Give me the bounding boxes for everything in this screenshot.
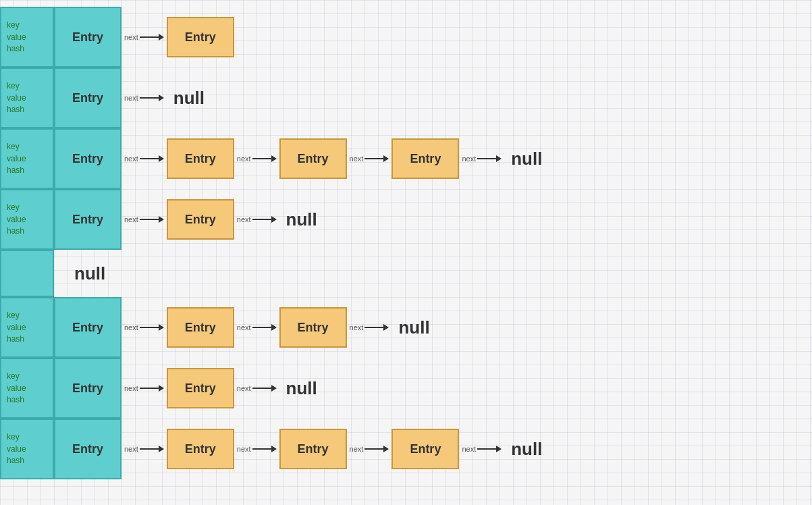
next-arrow: next	[237, 323, 277, 331]
sidebar-cell-3: keyvaluehash	[0, 189, 54, 250]
sidebar-cell-1: keyvaluehash	[0, 68, 54, 128]
next-arrow: next	[124, 215, 164, 223]
row-6: keyvaluehashEntrynextEntrynextnull	[0, 358, 812, 419]
next-arrow: next	[124, 384, 164, 392]
next-label: next	[237, 384, 251, 392]
next-label: next	[350, 323, 364, 331]
next-arrow: next	[124, 155, 164, 163]
next-arrow: next	[462, 155, 502, 163]
entry-box-7-0: Entry	[167, 429, 234, 469]
chain-3: nextEntrynextnull	[121, 189, 317, 250]
chain-1: nextnull	[121, 68, 205, 128]
sidebar-label: key	[7, 371, 20, 382]
sidebar-cell-5: keyvaluehash	[0, 297, 54, 358]
next-label: next	[124, 155, 138, 163]
next-arrow: next	[462, 445, 502, 453]
sidebar-cell-6: keyvaluehash	[0, 358, 54, 419]
sidebar-label: value	[7, 383, 26, 394]
null-value: null	[286, 378, 317, 399]
next-label: next	[237, 445, 251, 453]
next-label: next	[462, 445, 476, 453]
chain-0: nextEntry	[121, 7, 234, 68]
entry-box-5-0: Entry	[167, 307, 234, 348]
entry-box-5-1: Entry	[279, 307, 347, 348]
chain-5: nextEntrynextEntrynextnull	[121, 297, 430, 358]
sidebar-label: hash	[7, 225, 24, 237]
sidebar-label: value	[7, 444, 26, 455]
sidebar-label: value	[7, 153, 26, 165]
sidebar-cell-2: keyvaluehash	[0, 128, 54, 189]
main-entry-7: Entry	[54, 419, 121, 479]
row-2: keyvaluehashEntrynextEntrynextEntrynextE…	[0, 128, 812, 189]
chain-6: nextEntrynextnull	[121, 358, 317, 419]
row-3: keyvaluehashEntrynextEntrynextnull	[0, 189, 812, 250]
row-1: keyvaluehashEntrynextnull	[0, 68, 812, 128]
next-arrow: next	[124, 33, 164, 41]
main-entry-5: Entry	[54, 297, 121, 358]
next-arrow: next	[350, 445, 389, 453]
chain-2: nextEntrynextEntrynextEntrynextnull	[121, 128, 542, 189]
next-label: next	[124, 33, 138, 41]
sidebar-cell-0: keyvaluehash	[0, 7, 54, 68]
sidebar-cell-7: keyvaluehash	[0, 419, 54, 479]
next-label: next	[462, 155, 476, 163]
sidebar-label: key	[7, 141, 20, 153]
hash-table-diagram: keyvaluehashEntrynextEntrykeyvaluehashEn…	[0, 0, 812, 486]
sidebar-label: hash	[7, 455, 24, 467]
next-arrow: next	[350, 323, 389, 331]
next-arrow: next	[237, 215, 277, 223]
sidebar-label: key	[7, 202, 20, 213]
main-entry-0: Entry	[54, 7, 121, 68]
next-arrow: next	[124, 94, 164, 102]
sidebar-label: hash	[7, 165, 24, 176]
row-0: keyvaluehashEntrynextEntry	[0, 7, 812, 68]
entry-box-7-1: Entry	[279, 429, 347, 469]
next-label: next	[237, 155, 251, 163]
sidebar-label: key	[7, 20, 20, 31]
null-value: null	[511, 439, 542, 460]
next-label: next	[124, 323, 138, 331]
null-value: null	[398, 317, 429, 338]
entry-box-6-0: Entry	[167, 368, 234, 408]
next-arrow: next	[237, 384, 277, 392]
next-label: next	[124, 215, 138, 223]
entry-box-3-0: Entry	[167, 199, 234, 240]
row-4: null	[0, 250, 812, 297]
sidebar-label: hash	[7, 334, 24, 345]
next-arrow: next	[350, 155, 389, 163]
next-label: next	[237, 215, 251, 223]
sidebar-label: value	[7, 322, 26, 334]
main-entry-3: Entry	[54, 189, 121, 250]
next-label: next	[124, 94, 138, 102]
next-arrow: next	[237, 445, 277, 453]
sidebar-label: hash	[7, 104, 24, 115]
main-entry-1: Entry	[54, 68, 121, 128]
entry-box-2-1: Entry	[279, 138, 347, 179]
sidebar-null-cell	[0, 250, 54, 297]
row-7: keyvaluehashEntrynextEntrynextEntrynextE…	[0, 419, 812, 479]
sidebar-label: hash	[7, 394, 24, 406]
null-value: null	[511, 149, 542, 169]
sidebar-label: key	[7, 80, 20, 92]
sidebar-label: key	[7, 310, 20, 321]
next-label: next	[350, 155, 364, 163]
next-arrow: next	[237, 155, 277, 163]
main-entry-6: Entry	[54, 358, 121, 419]
sidebar-label: value	[7, 32, 26, 43]
null-value: null	[286, 209, 317, 230]
row-5: keyvaluehashEntrynextEntrynextEntrynextn…	[0, 297, 812, 358]
chain-7: nextEntrynextEntrynextEntrynextnull	[121, 419, 542, 479]
entry-box-0-0: Entry	[167, 17, 234, 57]
entry-box-2-2: Entry	[391, 138, 459, 179]
sidebar-label: key	[7, 431, 20, 443]
entry-box-2-0: Entry	[167, 138, 234, 179]
next-label: next	[124, 384, 138, 392]
next-label: next	[237, 323, 251, 331]
sidebar-label: value	[7, 214, 26, 225]
entry-box-7-2: Entry	[391, 429, 459, 469]
sidebar-label: value	[7, 92, 26, 104]
next-label: next	[124, 445, 138, 453]
sidebar-label: hash	[7, 43, 24, 55]
null-value: null	[173, 88, 205, 109]
next-arrow: next	[124, 323, 164, 331]
